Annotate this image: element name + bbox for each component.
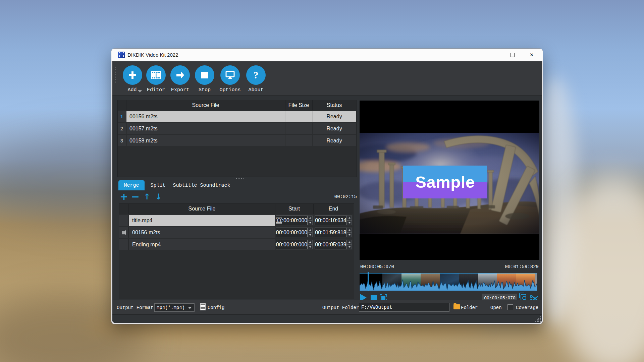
stop-button[interactable]: [195, 65, 214, 85]
merge-file-name[interactable]: title.mp4: [129, 215, 275, 226]
total-duration: 00:02:15: [314, 194, 357, 199]
app-icon: [118, 52, 125, 58]
output-format-value: mp4(*.mp4): [157, 305, 185, 310]
table-row[interactable]: 1 00156.m2ts Ready: [118, 111, 357, 122]
filmstrip-icon: [150, 70, 162, 80]
end-spinner[interactable]: [347, 240, 352, 249]
merge-file-name[interactable]: 00156.m2ts: [129, 227, 275, 238]
timeline[interactable]: [360, 273, 537, 291]
toolbar-grip[interactable]: [115, 67, 117, 83]
start-spinner[interactable]: [308, 228, 313, 237]
app-body: Add Editor Export Stop: [112, 61, 542, 323]
end-time-field[interactable]: 00:00:10:634: [315, 216, 347, 225]
about-button[interactable]: ?: [246, 65, 266, 85]
snapshot-button[interactable]: [521, 294, 526, 301]
pane-splitter[interactable]: [236, 178, 244, 179]
close-button[interactable]: ✕: [528, 51, 536, 59]
folder-button-label[interactable]: Folder: [461, 305, 478, 310]
start-time-field[interactable]: 00:00:00:000: [276, 240, 308, 249]
about-label[interactable]: About: [241, 87, 271, 93]
end-cell: 00:00:10:634: [314, 215, 353, 226]
coverage-label[interactable]: Coverage: [516, 305, 538, 310]
end-spinner[interactable]: [347, 216, 352, 225]
merge-move-down-button[interactable]: ↓: [155, 192, 162, 201]
title-bar[interactable]: DIKDIK Video Kit 2022 ✕: [111, 49, 543, 61]
source-file-name[interactable]: 00156.m2ts: [126, 111, 285, 122]
spin-up-icon[interactable]: [309, 217, 311, 219]
export-button[interactable]: [170, 65, 190, 85]
table-row[interactable]: 3 00158.m2ts Ready: [118, 135, 357, 146]
merge-table: Source File Start End title.mp4 00:00:00…: [119, 203, 354, 299]
merge-add-button[interactable]: +: [120, 191, 128, 202]
status-value: Ready: [313, 135, 356, 146]
tab-merge[interactable]: Merge: [118, 180, 145, 190]
end-time-field[interactable]: 00:01:59:818: [315, 228, 347, 237]
options-button[interactable]: [220, 65, 240, 85]
end-cell: 00:00:05:039: [314, 239, 353, 250]
playhead[interactable]: [368, 272, 369, 291]
fullscreen-icon-center: [381, 296, 385, 300]
open-button-label[interactable]: Open: [490, 305, 502, 310]
merge-row[interactable]: 00156.m2ts 00:00:00:000 00:01:59:818: [119, 227, 354, 238]
spin-up-icon[interactable]: [309, 229, 311, 231]
spin-up-icon[interactable]: [348, 217, 351, 219]
minimize-button[interactable]: [489, 51, 497, 59]
row-marker: [119, 215, 129, 226]
spin-down-icon[interactable]: [309, 234, 311, 236]
tab-split[interactable]: Split: [145, 180, 171, 190]
spin-down-icon[interactable]: [309, 222, 311, 224]
sample-text: Sample: [415, 173, 475, 191]
header-start[interactable]: Start: [275, 204, 314, 214]
config-label[interactable]: Config: [208, 305, 224, 310]
header-marker: [119, 204, 129, 214]
spin-up-icon[interactable]: [309, 241, 311, 243]
table-row[interactable]: 2 00157.m2ts Ready: [118, 123, 357, 134]
maximize-button[interactable]: [508, 51, 517, 59]
start-spinner[interactable]: [308, 216, 313, 225]
merge-row[interactable]: Ending.mp4 00:00:00:000 00:00:05:039: [119, 239, 354, 250]
spin-down-icon[interactable]: [348, 222, 351, 224]
header-rownum: [118, 100, 126, 110]
spin-up-icon[interactable]: [348, 229, 351, 231]
merge-row[interactable]: title.mp4 00:00:00:000 00:00:10:634: [119, 215, 354, 226]
file-size: [285, 111, 313, 122]
close-icon: ✕: [530, 53, 534, 58]
main-toolbar: Add Editor Export Stop: [112, 61, 542, 96]
end-spinner[interactable]: [347, 228, 352, 237]
end-time-field[interactable]: 00:00:05:039: [315, 240, 347, 249]
source-file-name[interactable]: 00157.m2ts: [126, 123, 285, 134]
question-icon: ?: [254, 69, 259, 81]
start-spinner[interactable]: [308, 240, 313, 249]
output-format-select[interactable]: mp4(*.mp4): [154, 303, 195, 312]
start-time-field[interactable]: 00:00:00:000: [276, 228, 308, 237]
plus-icon: [127, 70, 138, 80]
spin-down-icon[interactable]: [348, 234, 351, 236]
editor-button[interactable]: [146, 65, 166, 85]
stop-icon: [201, 72, 208, 78]
audio-waveform: [360, 274, 537, 291]
header-file-size[interactable]: File Size: [285, 100, 313, 110]
header-status[interactable]: Status: [313, 100, 356, 110]
status-value: Ready: [313, 111, 356, 122]
header-source-file[interactable]: Source File: [129, 204, 275, 214]
spin-down-icon[interactable]: [309, 246, 311, 248]
add-button[interactable]: [123, 65, 142, 85]
start-time-field[interactable]: 00:00:00:000: [276, 216, 308, 225]
spin-up-icon[interactable]: [348, 241, 351, 243]
output-folder-field[interactable]: F:/VWOutput: [359, 303, 449, 312]
video-preview[interactable]: Sample: [360, 101, 539, 260]
timeline-end-time: 00:01:59:829: [448, 264, 539, 269]
merge-file-name[interactable]: Ending.mp4: [129, 239, 275, 250]
coverage-checkbox[interactable]: [507, 304, 513, 310]
folder-icon[interactable]: [453, 304, 460, 309]
header-end[interactable]: End: [314, 204, 353, 214]
source-file-name[interactable]: 00158.m2ts: [126, 135, 285, 146]
merge-remove-button[interactable]: −: [131, 191, 140, 202]
maximize-icon: [511, 53, 515, 57]
merge-move-up-button[interactable]: ↑: [144, 192, 150, 201]
dropdown-caret-icon: [188, 307, 192, 309]
tab-subtitle-soundtrack[interactable]: Subtitle Soundtrack: [171, 180, 232, 190]
config-icon[interactable]: [200, 303, 206, 310]
header-source-file[interactable]: Source File: [126, 100, 285, 110]
spin-down-icon[interactable]: [348, 246, 351, 248]
